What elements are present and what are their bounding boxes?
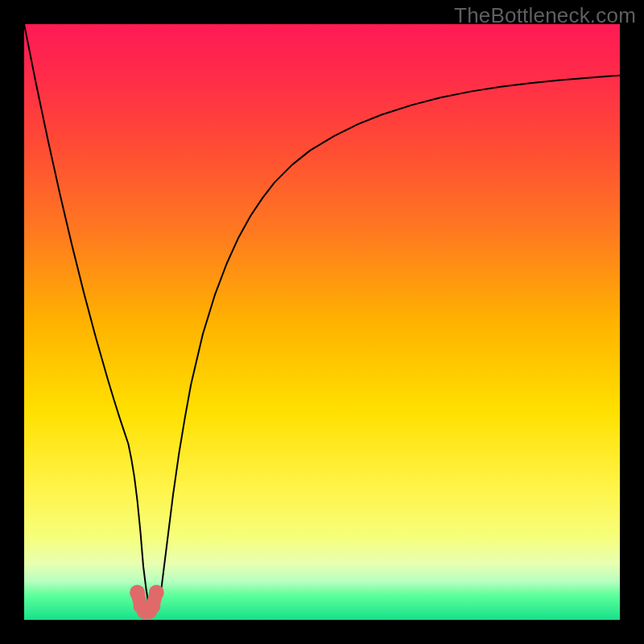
watermark-label: TheBottleneck.com: [454, 3, 636, 28]
plot-svg: [24, 24, 620, 620]
plot-background: [24, 24, 620, 620]
bottleneck-marker-dot: [130, 584, 145, 600]
plot-area: [24, 24, 620, 620]
bottleneck-marker-dot: [149, 584, 164, 600]
chart-stage: TheBottleneck.com: [0, 0, 644, 644]
bottleneck-marker-dot: [145, 598, 160, 613]
